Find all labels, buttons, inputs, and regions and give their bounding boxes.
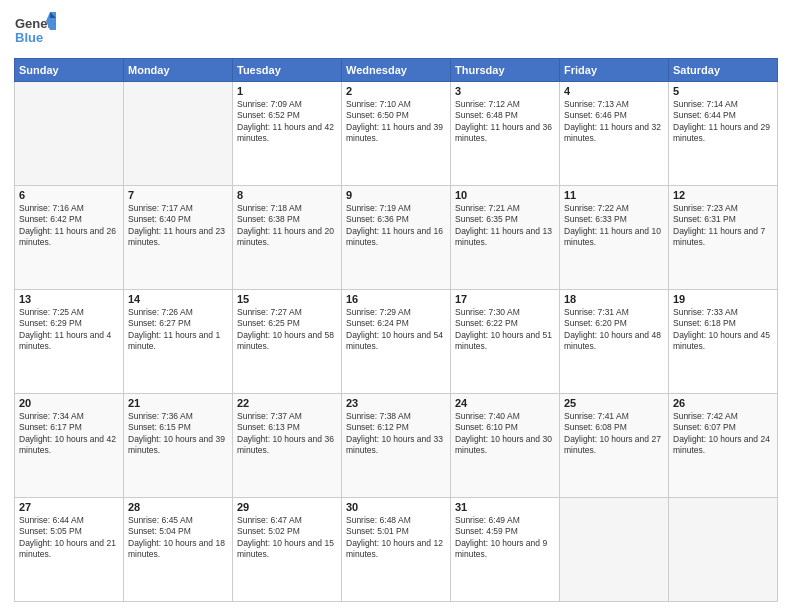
page: General Blue SundayMondayTuesdayWednesda…	[0, 0, 792, 612]
day-info: Sunrise: 7:22 AM Sunset: 6:33 PM Dayligh…	[564, 203, 664, 249]
header-cell-saturday: Saturday	[669, 59, 778, 82]
day-number: 18	[564, 293, 664, 305]
day-cell: 29Sunrise: 6:47 AM Sunset: 5:02 PM Dayli…	[233, 498, 342, 602]
header-cell-thursday: Thursday	[451, 59, 560, 82]
calendar-header: SundayMondayTuesdayWednesdayThursdayFrid…	[15, 59, 778, 82]
day-number: 23	[346, 397, 446, 409]
day-cell: 1Sunrise: 7:09 AM Sunset: 6:52 PM Daylig…	[233, 82, 342, 186]
day-number: 28	[128, 501, 228, 513]
day-info: Sunrise: 7:25 AM Sunset: 6:29 PM Dayligh…	[19, 307, 119, 353]
week-row-2: 13Sunrise: 7:25 AM Sunset: 6:29 PM Dayli…	[15, 290, 778, 394]
day-number: 6	[19, 189, 119, 201]
day-info: Sunrise: 6:49 AM Sunset: 4:59 PM Dayligh…	[455, 515, 555, 561]
day-number: 25	[564, 397, 664, 409]
header-cell-sunday: Sunday	[15, 59, 124, 82]
day-info: Sunrise: 7:30 AM Sunset: 6:22 PM Dayligh…	[455, 307, 555, 353]
day-number: 12	[673, 189, 773, 201]
day-number: 3	[455, 85, 555, 97]
calendar-table: SundayMondayTuesdayWednesdayThursdayFrid…	[14, 58, 778, 602]
day-cell: 30Sunrise: 6:48 AM Sunset: 5:01 PM Dayli…	[342, 498, 451, 602]
day-info: Sunrise: 7:16 AM Sunset: 6:42 PM Dayligh…	[19, 203, 119, 249]
day-cell	[560, 498, 669, 602]
day-info: Sunrise: 7:34 AM Sunset: 6:17 PM Dayligh…	[19, 411, 119, 457]
day-cell: 26Sunrise: 7:42 AM Sunset: 6:07 PM Dayli…	[669, 394, 778, 498]
week-row-4: 27Sunrise: 6:44 AM Sunset: 5:05 PM Dayli…	[15, 498, 778, 602]
day-info: Sunrise: 6:47 AM Sunset: 5:02 PM Dayligh…	[237, 515, 337, 561]
day-number: 10	[455, 189, 555, 201]
day-cell: 8Sunrise: 7:18 AM Sunset: 6:38 PM Daylig…	[233, 186, 342, 290]
day-number: 27	[19, 501, 119, 513]
day-number: 8	[237, 189, 337, 201]
day-number: 11	[564, 189, 664, 201]
day-info: Sunrise: 7:14 AM Sunset: 6:44 PM Dayligh…	[673, 99, 773, 145]
day-number: 2	[346, 85, 446, 97]
day-info: Sunrise: 7:19 AM Sunset: 6:36 PM Dayligh…	[346, 203, 446, 249]
day-info: Sunrise: 7:36 AM Sunset: 6:15 PM Dayligh…	[128, 411, 228, 457]
day-info: Sunrise: 7:27 AM Sunset: 6:25 PM Dayligh…	[237, 307, 337, 353]
calendar-body: 1Sunrise: 7:09 AM Sunset: 6:52 PM Daylig…	[15, 82, 778, 602]
day-cell: 22Sunrise: 7:37 AM Sunset: 6:13 PM Dayli…	[233, 394, 342, 498]
day-number: 17	[455, 293, 555, 305]
day-number: 14	[128, 293, 228, 305]
day-info: Sunrise: 7:17 AM Sunset: 6:40 PM Dayligh…	[128, 203, 228, 249]
day-info: Sunrise: 7:42 AM Sunset: 6:07 PM Dayligh…	[673, 411, 773, 457]
day-cell: 18Sunrise: 7:31 AM Sunset: 6:20 PM Dayli…	[560, 290, 669, 394]
header-cell-monday: Monday	[124, 59, 233, 82]
day-number: 22	[237, 397, 337, 409]
day-cell: 24Sunrise: 7:40 AM Sunset: 6:10 PM Dayli…	[451, 394, 560, 498]
day-number: 16	[346, 293, 446, 305]
logo: General Blue	[14, 10, 56, 52]
week-row-1: 6Sunrise: 7:16 AM Sunset: 6:42 PM Daylig…	[15, 186, 778, 290]
day-number: 15	[237, 293, 337, 305]
day-number: 9	[346, 189, 446, 201]
day-cell	[669, 498, 778, 602]
day-number: 19	[673, 293, 773, 305]
day-info: Sunrise: 7:09 AM Sunset: 6:52 PM Dayligh…	[237, 99, 337, 145]
day-cell: 4Sunrise: 7:13 AM Sunset: 6:46 PM Daylig…	[560, 82, 669, 186]
day-info: Sunrise: 7:31 AM Sunset: 6:20 PM Dayligh…	[564, 307, 664, 353]
day-info: Sunrise: 7:29 AM Sunset: 6:24 PM Dayligh…	[346, 307, 446, 353]
day-cell: 10Sunrise: 7:21 AM Sunset: 6:35 PM Dayli…	[451, 186, 560, 290]
day-info: Sunrise: 7:13 AM Sunset: 6:46 PM Dayligh…	[564, 99, 664, 145]
day-info: Sunrise: 7:37 AM Sunset: 6:13 PM Dayligh…	[237, 411, 337, 457]
day-cell: 31Sunrise: 6:49 AM Sunset: 4:59 PM Dayli…	[451, 498, 560, 602]
day-cell: 21Sunrise: 7:36 AM Sunset: 6:15 PM Dayli…	[124, 394, 233, 498]
day-cell: 23Sunrise: 7:38 AM Sunset: 6:12 PM Dayli…	[342, 394, 451, 498]
day-cell: 11Sunrise: 7:22 AM Sunset: 6:33 PM Dayli…	[560, 186, 669, 290]
day-info: Sunrise: 7:41 AM Sunset: 6:08 PM Dayligh…	[564, 411, 664, 457]
day-number: 20	[19, 397, 119, 409]
svg-text:Blue: Blue	[15, 30, 43, 45]
day-number: 4	[564, 85, 664, 97]
day-number: 5	[673, 85, 773, 97]
day-info: Sunrise: 6:45 AM Sunset: 5:04 PM Dayligh…	[128, 515, 228, 561]
day-cell: 13Sunrise: 7:25 AM Sunset: 6:29 PM Dayli…	[15, 290, 124, 394]
day-info: Sunrise: 7:10 AM Sunset: 6:50 PM Dayligh…	[346, 99, 446, 145]
day-number: 7	[128, 189, 228, 201]
header: General Blue	[14, 10, 778, 52]
day-cell: 2Sunrise: 7:10 AM Sunset: 6:50 PM Daylig…	[342, 82, 451, 186]
day-number: 1	[237, 85, 337, 97]
day-number: 13	[19, 293, 119, 305]
day-cell	[15, 82, 124, 186]
day-number: 31	[455, 501, 555, 513]
day-info: Sunrise: 7:33 AM Sunset: 6:18 PM Dayligh…	[673, 307, 773, 353]
day-cell: 3Sunrise: 7:12 AM Sunset: 6:48 PM Daylig…	[451, 82, 560, 186]
day-number: 26	[673, 397, 773, 409]
header-cell-friday: Friday	[560, 59, 669, 82]
week-row-0: 1Sunrise: 7:09 AM Sunset: 6:52 PM Daylig…	[15, 82, 778, 186]
day-cell: 27Sunrise: 6:44 AM Sunset: 5:05 PM Dayli…	[15, 498, 124, 602]
day-number: 29	[237, 501, 337, 513]
day-cell: 7Sunrise: 7:17 AM Sunset: 6:40 PM Daylig…	[124, 186, 233, 290]
day-info: Sunrise: 6:44 AM Sunset: 5:05 PM Dayligh…	[19, 515, 119, 561]
week-row-3: 20Sunrise: 7:34 AM Sunset: 6:17 PM Dayli…	[15, 394, 778, 498]
day-cell: 25Sunrise: 7:41 AM Sunset: 6:08 PM Dayli…	[560, 394, 669, 498]
day-number: 30	[346, 501, 446, 513]
day-info: Sunrise: 7:23 AM Sunset: 6:31 PM Dayligh…	[673, 203, 773, 249]
logo-graphic: General Blue	[14, 10, 56, 52]
day-cell: 19Sunrise: 7:33 AM Sunset: 6:18 PM Dayli…	[669, 290, 778, 394]
day-cell: 6Sunrise: 7:16 AM Sunset: 6:42 PM Daylig…	[15, 186, 124, 290]
day-cell: 14Sunrise: 7:26 AM Sunset: 6:27 PM Dayli…	[124, 290, 233, 394]
header-cell-wednesday: Wednesday	[342, 59, 451, 82]
day-info: Sunrise: 7:38 AM Sunset: 6:12 PM Dayligh…	[346, 411, 446, 457]
day-info: Sunrise: 7:12 AM Sunset: 6:48 PM Dayligh…	[455, 99, 555, 145]
